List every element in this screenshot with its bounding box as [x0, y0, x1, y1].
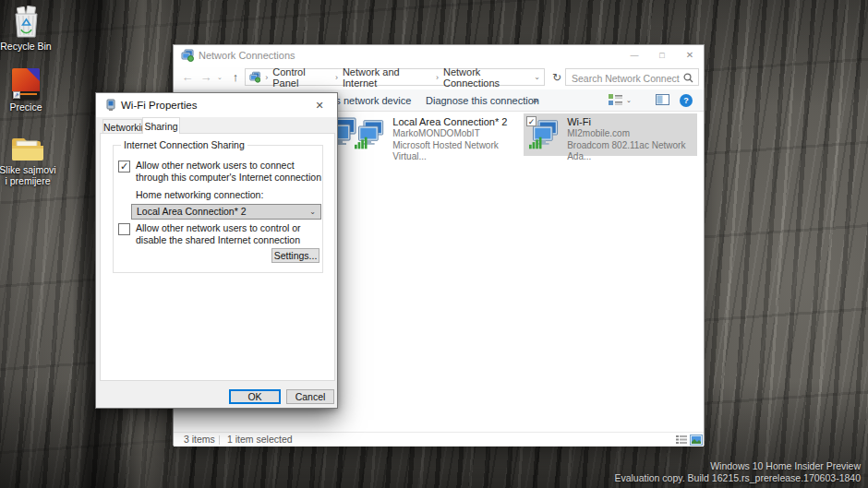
recent-pages-dropdown-icon[interactable]: ⌄	[215, 65, 224, 89]
status-bar: 3 items 1 item selected	[174, 432, 704, 446]
change-view-icon[interactable]	[609, 94, 622, 106]
item-checkbox-checked[interactable]: ✓	[526, 116, 536, 126]
recycle-bin-icon	[11, 6, 42, 39]
wifi-adapter-icon	[104, 99, 117, 112]
network-connections-app-icon	[181, 49, 194, 62]
cancel-button[interactable]: Cancel	[286, 389, 334, 404]
connection-adapter: Broadcom 802.11ac Network Ada...	[567, 140, 697, 163]
change-view-dropdown-icon[interactable]: ⌄	[626, 89, 632, 112]
windows-watermark: Windows 10 Home Insider Preview Evaluati…	[614, 460, 861, 484]
breadcrumb-item-control-panel[interactable]: Control Panel	[272, 66, 331, 89]
search-box[interactable]	[565, 68, 699, 86]
sharing-tab-page: Internet Connection Sharing ✓ Allow othe…	[100, 133, 335, 381]
preview-pane-icon[interactable]	[656, 94, 669, 105]
connection-adapter: Microsoft Hosted Network Virtual...	[392, 140, 521, 163]
status-divider	[219, 435, 220, 445]
address-bar: ← → ⌄ ↑ › Control Panel › Network and In…	[174, 65, 704, 89]
selection-count: 1 item selected	[227, 433, 293, 446]
forward-button[interactable]: →	[198, 65, 214, 89]
toolbar-overflow-icon[interactable]: »	[533, 89, 538, 112]
breadcrumb-location-icon	[249, 71, 260, 83]
search-input[interactable]	[566, 71, 698, 87]
connection-network: MI2mobile.com	[567, 128, 697, 140]
combo-chevron-down-icon: ⌄	[309, 205, 316, 219]
tab-networking[interactable]: Networking	[102, 119, 142, 134]
breadcrumb-item-network-connections[interactable]: Network Connections	[443, 66, 534, 89]
connection-item-lan[interactable]: Local Area Connection* 2 MarkoMONDOMobIT…	[355, 113, 521, 156]
connection-name: Wi-Fi	[567, 116, 697, 128]
window-title: Network Connections	[199, 45, 295, 65]
allow-connect-label: Allow other network users to connect thr…	[136, 160, 322, 183]
breadcrumb[interactable]: › Control Panel › Network and Internet ›…	[245, 68, 545, 86]
desktop-icon-recycle-bin[interactable]: Recycle Bin	[0, 6, 54, 53]
toolbar-diagnose-connection[interactable]: Diagnose this connection	[426, 89, 539, 112]
desktop-icon-slike-folder[interactable]: Slike sajmovi i premijere	[0, 135, 58, 186]
settings-button[interactable]: Settings...	[271, 248, 319, 263]
desktop: Recycle Bin ↗ Precice Slike sajmovi i pr…	[0, 0, 868, 488]
watermark-build: Evaluation copy. Build 16215.rs_prerelea…	[614, 472, 861, 484]
group-label: Internet Connection Sharing	[121, 139, 247, 150]
watermark-edition: Windows 10 Home Insider Preview	[614, 460, 861, 472]
tab-sharing[interactable]: Sharing	[142, 117, 180, 134]
back-button[interactable]: ←	[179, 65, 196, 89]
address-dropdown-icon[interactable]: ⌄	[534, 73, 540, 81]
home-connection-select[interactable]: Local Area Connection* 2 ⌄	[131, 204, 321, 220]
shortcut-arrow-icon: ↗	[13, 91, 20, 99]
maximize-button[interactable]: □	[648, 45, 676, 65]
selected-connection: Local Area Connection* 2	[137, 206, 247, 217]
home-networking-label: Home networking connection:	[136, 189, 263, 200]
minimize-button[interactable]: —	[621, 45, 648, 65]
connection-item-wifi[interactable]: ✓ Wi-Fi MI2mobile.com Broadcom 80	[524, 113, 697, 156]
allow-control-checkbox[interactable]	[118, 223, 130, 235]
large-icons-view-icon[interactable]	[690, 434, 703, 446]
connection-name: Local Area Connection* 2	[392, 116, 521, 128]
allow-connect-checkbox[interactable]: ✓	[118, 161, 130, 173]
desktop-icon-label: Precice	[0, 102, 54, 113]
connection-network: MarkoMONDOMobIT	[392, 128, 521, 140]
precice-icon-corner	[27, 68, 40, 81]
refresh-button[interactable]: ↻	[549, 65, 565, 89]
ok-button[interactable]: OK	[229, 389, 281, 404]
allow-control-label: Allow other network users to control or …	[136, 222, 326, 245]
items-count: 3 items	[184, 433, 215, 446]
details-view-icon[interactable]	[676, 434, 687, 445]
dialog-title: Wi-Fi Properties	[121, 93, 197, 117]
dialog-close-icon[interactable]: ✕	[302, 93, 337, 117]
lan-connection-icon	[355, 118, 386, 151]
desktop-icon-label: Recycle Bin	[0, 42, 54, 53]
help-icon[interactable]: ?	[680, 94, 693, 107]
breadcrumb-separator: ›	[260, 73, 272, 82]
dialog-titlebar[interactable]: Wi-Fi Properties ✕	[96, 93, 337, 117]
folder-icon	[11, 135, 44, 162]
breadcrumb-separator: ›	[331, 73, 343, 82]
precice-app-icon: ↗	[12, 68, 40, 100]
search-icon	[683, 73, 693, 83]
breadcrumb-separator: ›	[431, 73, 443, 82]
explorer-titlebar[interactable]: Network Connections — □ ✕	[174, 45, 704, 65]
breadcrumb-item-network-and-internet[interactable]: Network and Internet	[343, 66, 431, 89]
desktop-icon-precice[interactable]: ↗ Precice	[0, 68, 54, 113]
up-button[interactable]: ↑	[227, 65, 244, 89]
close-button[interactable]: ✕	[676, 45, 704, 65]
desktop-icon-label: Slike sajmovi i premijere	[0, 165, 58, 186]
wifi-properties-dialog: Wi-Fi Properties ✕ Networking Sharing In…	[95, 92, 338, 409]
